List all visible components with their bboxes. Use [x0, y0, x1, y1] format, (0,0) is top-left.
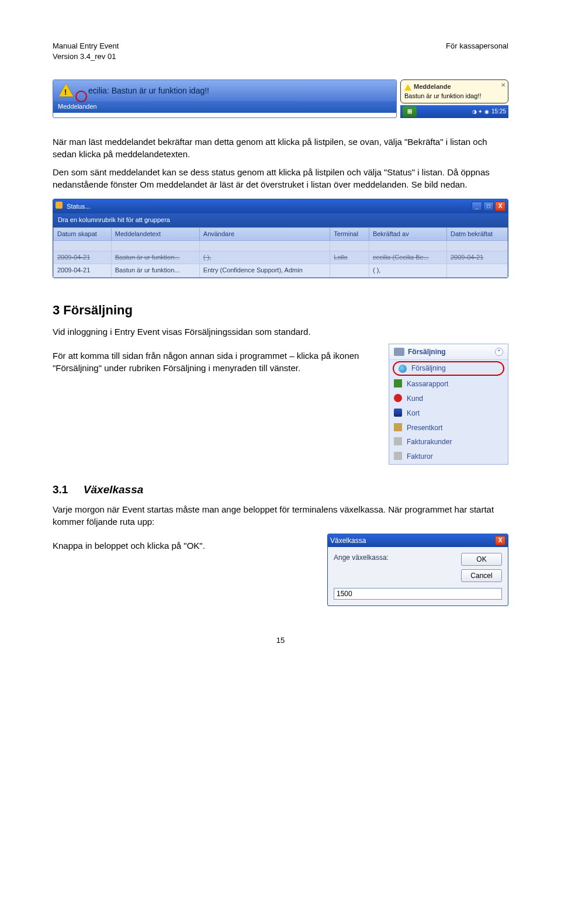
ok-button[interactable]: OK — [461, 553, 502, 566]
sidebar-item-label: Kund — [407, 394, 423, 403]
sidebar-item-fakturakunder[interactable]: Fakturakunder — [389, 435, 508, 449]
header-title: Manual Entry Event — [53, 41, 119, 51]
system-tray: ◑ ✦ ◉ 15:25 — [472, 108, 506, 116]
close-button[interactable]: X — [495, 536, 505, 545]
table-row[interactable]: 2009-04-21 Bastun är ur funktion... Entr… — [54, 264, 508, 277]
sidebar-item-label: Presentkort — [407, 424, 442, 432]
dialog-title: Växelkassa — [330, 536, 366, 546]
sidebar-item-label: Fakturakunder — [407, 438, 452, 446]
panel-header[interactable]: Försäljning ⌃ — [389, 344, 508, 361]
cancel-button[interactable]: Cancel — [461, 569, 502, 582]
close-button[interactable]: X — [495, 202, 505, 211]
globe-icon — [399, 365, 407, 373]
paragraph: För att komma till sidan från någon anna… — [53, 349, 371, 374]
col-header[interactable]: Bekräftad av — [369, 227, 446, 240]
vaxelkassa-dialog: Växelkassa X Ange växelkassa: OK Cancel — [327, 534, 508, 606]
col-header[interactable]: Datm bekräftat — [447, 227, 508, 240]
gift-icon — [394, 423, 402, 431]
page-number: 15 — [53, 635, 508, 646]
paragraph: Vid inloggning i Entry Event visas Försä… — [53, 326, 508, 338]
report-icon — [394, 379, 402, 387]
message-bar-label: Meddelanden — [53, 101, 396, 112]
sidebar-item-kund[interactable]: Kund — [389, 392, 508, 406]
warning-icon — [404, 84, 411, 91]
window-title: Status... — [56, 202, 90, 211]
balloon-body: Bastun är ur funktion idag!! — [404, 92, 497, 101]
sidebar-item-kort[interactable]: Kort — [389, 406, 508, 421]
chevron-up-icon[interactable]: ⌃ — [495, 348, 503, 356]
invoice-customers-icon — [394, 437, 402, 445]
status-table: Datum skapat Meddelandetext Användare Te… — [53, 227, 508, 278]
col-header[interactable]: Datum skapat — [54, 227, 112, 240]
maximize-button[interactable]: □ — [483, 202, 494, 211]
paragraph: När man läst meddelandet bekräftar man d… — [53, 136, 508, 160]
sidebar-item-presentkort[interactable]: Presentkort — [389, 421, 508, 435]
sidebar-item-label: Försäljning — [411, 364, 446, 372]
filter-row[interactable] — [54, 240, 508, 251]
message-bar-figure: ecilia: Bastun är ur funktion idag!! Med… — [53, 79, 508, 118]
sidebar-item-kassarapport[interactable]: Kassarapport — [389, 377, 508, 392]
taskbar: ⊞ ◑ ✦ ◉ 15:25 — [400, 105, 508, 118]
header-version: Version 3.4_rev 01 — [53, 51, 119, 62]
sidebar-item-fakturor[interactable]: Fakturor — [389, 449, 508, 464]
col-header[interactable]: Meddelandetext — [111, 227, 199, 240]
status-window: Status... _ □ X Dra en kolumnrubrik hit … — [53, 199, 508, 278]
message-bar-text: ecilia: Bastun är ur funktion idag!! — [88, 85, 209, 97]
minimize-button[interactable]: _ — [472, 202, 482, 211]
close-icon[interactable]: ✕ — [501, 81, 505, 89]
paragraph: Varje morgon när Event startas måste man… — [53, 503, 508, 528]
col-header[interactable]: Användare — [199, 227, 330, 240]
message-bar: ecilia: Bastun är ur funktion idag!! Med… — [53, 79, 397, 118]
sidebar-item-forsaljning[interactable]: Försäljning — [393, 361, 504, 376]
customer-icon — [394, 394, 402, 402]
paragraph: Den som sänt meddelandet kan se dess sta… — [53, 166, 508, 191]
col-header[interactable]: Terminal — [330, 227, 369, 240]
invoices-icon — [394, 452, 402, 460]
amount-input[interactable] — [334, 588, 502, 600]
printer-icon — [394, 348, 404, 356]
start-button[interactable]: ⊞ — [403, 106, 417, 117]
sidebar-item-label: Kort — [407, 409, 420, 417]
table-row[interactable]: 2009-04-21 Bastun är ur funktion... ( ),… — [54, 251, 508, 264]
header-audience: För kassapersonal — [446, 41, 508, 62]
section-heading: 3 Försäljning — [53, 302, 508, 320]
forsaljning-side-panel: Försäljning ⌃ Försäljning Kassarapport K… — [389, 344, 508, 465]
paragraph: Knappa in beloppet och klicka på "OK". — [53, 539, 316, 552]
tray-icon: ◑ ✦ ◉ — [472, 109, 489, 115]
sidebar-item-label: Fakturor — [407, 452, 433, 461]
card-icon — [394, 409, 402, 417]
notification-balloon: ✕ Meddelande Bastun är ur funktion idag!… — [400, 79, 508, 103]
warning-icon — [59, 84, 73, 96]
dialog-label: Ange växelkassa: — [334, 553, 455, 582]
subsection-heading: 3.1 Växelkassa — [53, 482, 508, 498]
app-icon — [56, 202, 63, 209]
sidebar-item-label: Kassarapport — [407, 380, 448, 388]
balloon-title: Meddelande — [404, 82, 497, 91]
dropdown-circle-annotation — [75, 91, 87, 102]
group-hint: Dra en kolumnrubrik hit för att gruppera — [53, 213, 508, 227]
clock: 15:25 — [491, 108, 506, 116]
page-header: Manual Entry Event Version 3.4_rev 01 Fö… — [53, 41, 508, 62]
